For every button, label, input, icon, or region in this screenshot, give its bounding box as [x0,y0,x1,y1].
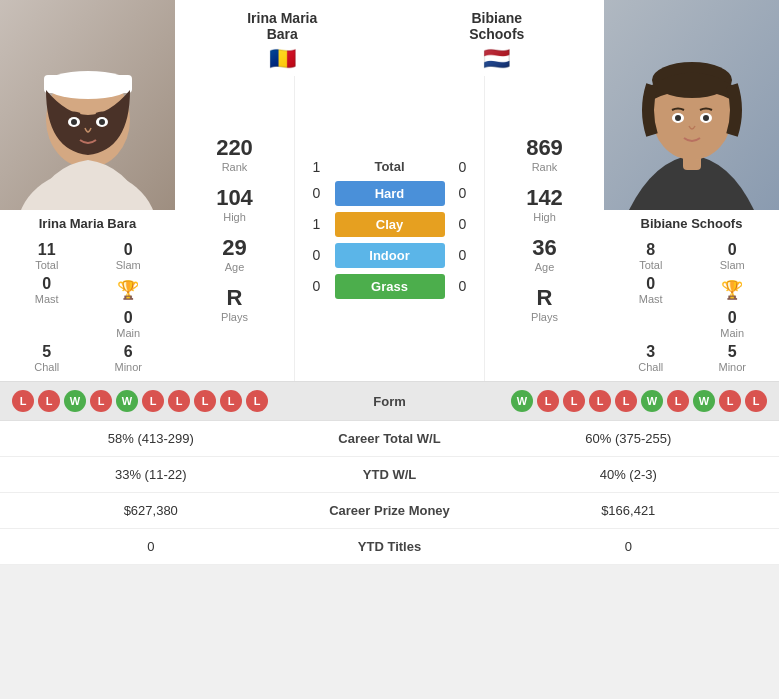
left-high-num: 104 [216,185,253,211]
left-chall-value: 5 [10,343,84,361]
left-minor-cell: 6 Minor [92,343,166,373]
right-form-badge: L [537,390,559,412]
total-row: 1 Total 0 [295,159,484,175]
right-form: WLLLLWLWLL [456,390,768,412]
indoor-right-score: 0 [453,247,473,263]
right-slam-cell: 0 Slam [696,241,770,271]
left-main-label: Main [92,327,166,339]
left-main-value: 0 [92,309,166,327]
form-section: LLWLWLLLLL Form WLLLLWLWLL [0,382,779,420]
left-name-h2: Bara [181,26,384,42]
left-mast-value: 0 [10,275,84,293]
left-age-block: 29 Age [222,235,246,273]
stats-center-label: YTD W/L [290,467,490,482]
total-right-score: 0 [453,159,473,175]
left-chall-cell: 5 Chall [10,343,84,373]
right-total-cell: 8 Total [614,241,688,271]
total-left-score: 1 [307,159,327,175]
left-form-badge: L [90,390,112,412]
right-name-h1: Bibiane [396,10,599,26]
right-form-badge: L [589,390,611,412]
right-form-badge: L [615,390,637,412]
right-middle-stats: 869 Rank 142 High 36 Age R Plays [484,76,604,381]
stats-left-value: $627,380 [12,503,290,518]
right-form-badge: L [563,390,585,412]
right-slam-value: 0 [696,241,770,259]
right-chall-value: 3 [614,343,688,361]
right-plays-label: Plays [531,311,558,323]
right-chall-cell: 3 Chall [614,343,688,373]
right-trophy: 🏆 [696,275,770,305]
left-slam-cell: 0 Slam [92,241,166,271]
total-label: Total [335,159,445,174]
right-mast-cell: 0 Mast [614,275,688,305]
left-plays-num: R [221,285,248,311]
indoor-left-score: 0 [307,247,327,263]
left-form-badge: L [220,390,242,412]
right-player-card: Bibiane Schoofs 8 Total 0 Slam 0 Mast 🏆 [604,0,779,381]
clay-row: 1 Clay 0 [295,212,484,237]
stats-right-value: 60% (375-255) [490,431,768,446]
left-total-label: Total [10,259,84,271]
left-middle-stats: 220 Rank 104 High 29 Age R Plays [175,76,295,381]
svg-point-9 [99,119,105,125]
right-form-badge: L [667,390,689,412]
form-label: Form [330,394,450,409]
left-minor-label: Minor [92,361,166,373]
right-main-label: Main [696,327,770,339]
stats-table: 58% (413-299)Career Total W/L60% (375-25… [0,420,779,565]
right-minor-cell: 5 Minor [696,343,770,373]
left-rank-label: Rank [216,161,253,173]
player-names-header: Irina Maria Bara 🇷🇴 Bibiane Schoofs 🇳🇱 [175,0,604,76]
stats-row: 33% (11-22)YTD W/L40% (2-3) [0,457,779,493]
svg-point-8 [71,119,77,125]
right-form-badge: W [693,390,715,412]
left-age-num: 29 [222,235,246,261]
left-slam-label: Slam [92,259,166,271]
left-player-name-area: Irina Maria Bara [31,210,145,237]
right-age-label: Age [532,261,556,273]
left-name-h1: Irina Maria [181,10,384,26]
left-high-label: High [216,211,253,223]
stats-row: $627,380Career Prize Money$166,421 [0,493,779,529]
stats-left-value: 33% (11-22) [12,467,290,482]
right-high-block: 142 High [526,185,563,223]
left-chall-label: Chall [10,361,84,373]
left-mast-cell: 0 Mast [10,275,84,305]
right-main-value: 0 [696,309,770,327]
left-form-badge: L [38,390,60,412]
left-trophy: 🏆 [92,275,166,305]
left-form-badge: L [194,390,216,412]
left-main-trophy-placeholder [10,309,84,339]
right-name-h2: Schoofs [396,26,599,42]
left-rank-num: 220 [216,135,253,161]
left-plays-block: R Plays [221,285,248,323]
right-total-value: 8 [614,241,688,259]
right-flag: 🇳🇱 [396,46,599,72]
right-player-name: Bibiane Schoofs [641,216,743,231]
left-main-cell: 0 Main [92,309,166,339]
right-player-name-area: Bibiane Schoofs [633,210,751,237]
stats-center-label: Career Total W/L [290,431,490,446]
right-chall-label: Chall [614,361,688,373]
stats-left-value: 0 [12,539,290,554]
stats-row: 0YTD Titles0 [0,529,779,565]
left-form-badge: W [116,390,138,412]
left-minor-value: 6 [92,343,166,361]
clay-left-score: 1 [307,216,327,232]
stats-row: 58% (413-299)Career Total W/L60% (375-25… [0,421,779,457]
right-player-photo [604,0,779,210]
right-stats-grid: 8 Total 0 Slam 0 Mast 🏆 0 Mai [604,237,779,381]
right-form-badge: W [511,390,533,412]
left-form-badge: L [12,390,34,412]
left-trophy-icon: 🏆 [117,279,139,301]
left-plays-label: Plays [221,311,248,323]
right-minor-value: 5 [696,343,770,361]
right-rank-num: 869 [526,135,563,161]
clay-right-score: 0 [453,216,473,232]
left-total-cell: 11 Total [10,241,84,271]
left-mast-label: Mast [10,293,84,305]
left-form-badge: L [246,390,268,412]
right-mast-value: 0 [614,275,688,293]
right-total-label: Total [614,259,688,271]
